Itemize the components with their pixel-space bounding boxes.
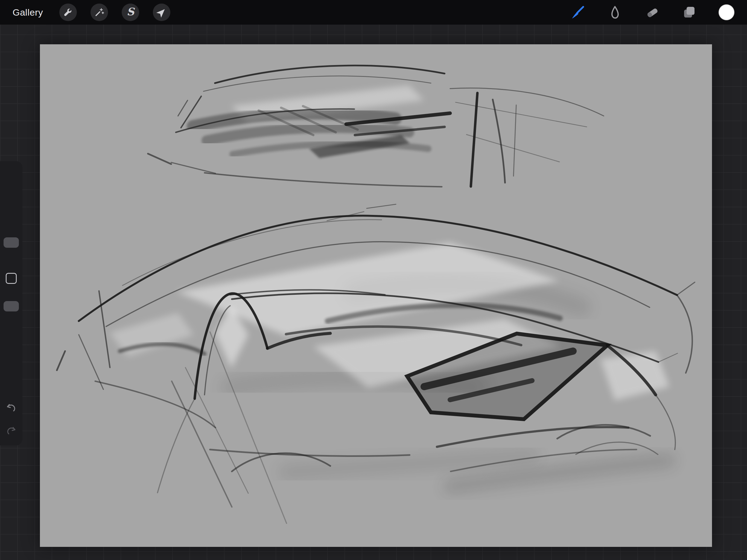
smudge-finger-icon <box>607 4 623 20</box>
paintbrush-icon <box>570 4 586 20</box>
smudge-tool-button[interactable] <box>607 4 623 20</box>
eraser-icon <box>644 4 660 20</box>
brush-sidebar[interactable] <box>0 161 22 446</box>
actions-button[interactable] <box>59 4 77 21</box>
car-sketch-artwork <box>40 44 712 547</box>
toolbar-right-group <box>570 4 735 20</box>
erase-tool-button[interactable] <box>644 4 660 20</box>
workspace-background: Gallery S <box>0 0 747 560</box>
brush-size-slider[interactable] <box>4 237 19 248</box>
modify-button[interactable] <box>6 273 17 284</box>
top-toolbar: Gallery S <box>0 0 747 25</box>
opacity-slider[interactable] <box>4 301 19 311</box>
layers-icon <box>681 4 697 20</box>
drawing-canvas[interactable] <box>40 44 712 547</box>
adjustments-button[interactable] <box>91 4 108 21</box>
redo-icon <box>5 425 17 437</box>
selection-s-icon: S <box>127 6 134 17</box>
transform-arrow-icon <box>156 7 167 18</box>
wrench-icon <box>62 7 74 18</box>
undo-icon <box>5 402 17 414</box>
magic-wand-icon <box>94 7 105 18</box>
transform-button[interactable] <box>153 4 170 21</box>
paint-tool-button[interactable] <box>570 4 586 20</box>
undo-button[interactable] <box>5 402 17 414</box>
layers-button[interactable] <box>681 4 697 20</box>
selection-button[interactable]: S <box>122 4 139 21</box>
toolbar-left-group: Gallery S <box>12 4 170 21</box>
redo-button[interactable] <box>5 425 17 437</box>
color-swatch-button[interactable] <box>719 4 735 20</box>
gallery-button[interactable]: Gallery <box>12 7 43 18</box>
